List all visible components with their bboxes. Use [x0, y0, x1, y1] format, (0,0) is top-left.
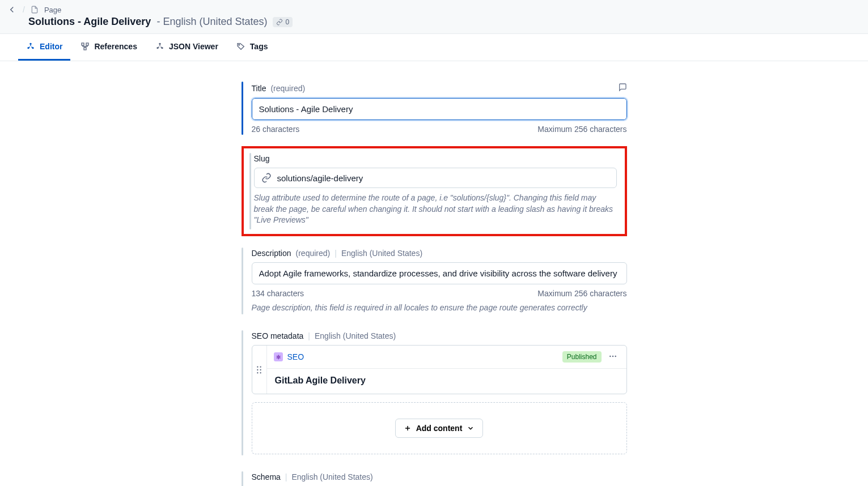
title-label: Title: [252, 84, 266, 93]
plus-icon: [404, 424, 412, 432]
svg-point-10: [257, 366, 258, 367]
svg-point-13: [260, 369, 261, 370]
field-description: Description (required) | English (United…: [242, 243, 627, 319]
description-char-count: 134 characters: [252, 289, 304, 298]
field-title: Title (required) 26 characters Maximum 2…: [242, 77, 627, 139]
tab-references-label: References: [94, 42, 137, 51]
editor-tab-icon: [26, 42, 35, 51]
field-slug: Slug Slug attribute used to determine th…: [242, 146, 627, 236]
tab-editor-label: Editor: [40, 42, 62, 51]
description-label: Description: [252, 249, 291, 258]
title-required: (required): [270, 84, 305, 93]
slug-label: Slug: [254, 154, 270, 163]
page-icon: [31, 6, 39, 14]
svg-point-18: [615, 356, 616, 357]
editor-content: Title (required) 26 characters Maximum 2…: [236, 77, 633, 486]
seo-type-icon: ✻: [274, 352, 283, 361]
tab-editor[interactable]: Editor: [18, 34, 70, 61]
entry-tabs: Editor References JSON Viewer Tags: [0, 34, 868, 61]
svg-rect-4: [86, 43, 88, 45]
description-required: (required): [296, 249, 331, 258]
link-icon: [261, 173, 272, 183]
tab-references[interactable]: References: [73, 34, 145, 61]
slug-help: Slug attribute used to determine the rou…: [254, 193, 617, 226]
slug-input-wrap[interactable]: [254, 168, 617, 188]
svg-point-0: [29, 43, 31, 45]
svg-point-6: [159, 43, 160, 45]
drag-handle-icon[interactable]: [252, 346, 267, 394]
tab-tags-label: Tags: [250, 42, 268, 51]
chevron-down-icon: [467, 424, 475, 432]
schema-label: Schema: [252, 472, 281, 481]
links-chip[interactable]: 0: [273, 17, 293, 27]
field-seo: SEO metadata | English (United States) ✻…: [242, 326, 627, 460]
svg-rect-3: [82, 43, 84, 45]
slug-input[interactable]: [277, 173, 609, 183]
svg-point-11: [260, 366, 261, 367]
svg-point-17: [612, 356, 613, 357]
breadcrumb-separator: /: [23, 5, 25, 14]
svg-point-14: [257, 372, 258, 373]
status-badge: Published: [562, 351, 602, 363]
title-char-max: Maximum 256 characters: [537, 125, 626, 134]
json-tab-icon: [155, 42, 164, 51]
tags-tab-icon: [236, 42, 245, 51]
back-arrow-icon[interactable]: [7, 5, 17, 15]
seo-label: SEO metadata: [252, 331, 304, 340]
description-char-max: Maximum 256 characters: [537, 289, 626, 298]
seo-entry-card[interactable]: ✻ SEO Published GitLab Agile Delivery: [252, 345, 627, 394]
tab-tags[interactable]: Tags: [228, 34, 276, 61]
seo-locale: English (United States): [315, 331, 396, 340]
link-icon: [276, 19, 283, 25]
description-input[interactable]: [252, 262, 627, 284]
page-header: / Page Solutions - Agile Delivery - Engl…: [0, 0, 868, 34]
add-content-button[interactable]: Add content: [395, 419, 484, 438]
svg-point-12: [257, 369, 258, 370]
content-type-crumb[interactable]: Page: [44, 6, 61, 14]
tab-json-label: JSON Viewer: [169, 42, 218, 51]
page-title: Solutions - Agile Delivery: [28, 16, 151, 28]
more-menu-icon[interactable]: [606, 352, 620, 363]
link-count: 0: [285, 18, 289, 26]
title-input[interactable]: [252, 98, 627, 120]
description-locale: English (United States): [341, 249, 422, 258]
add-content-zone: Add content: [252, 402, 627, 454]
schema-locale: English (United States): [292, 472, 373, 481]
references-tab-icon: [81, 42, 90, 51]
title-char-count: 26 characters: [252, 125, 300, 134]
field-schema: Schema | English (United States) JSON Ed…: [242, 467, 627, 486]
comment-icon[interactable]: [618, 83, 627, 93]
svg-point-15: [260, 372, 261, 373]
svg-point-16: [609, 356, 611, 357]
svg-rect-5: [84, 48, 86, 50]
svg-point-9: [239, 45, 240, 46]
add-content-label: Add content: [416, 424, 463, 433]
seo-type-label[interactable]: SEO: [287, 352, 304, 361]
seo-entry-title: GitLab Agile Delivery: [267, 369, 626, 394]
page-title-locale: - English (United States): [156, 16, 267, 28]
description-help: Page description, this field is required…: [252, 302, 627, 314]
tab-json-viewer[interactable]: JSON Viewer: [147, 34, 226, 61]
